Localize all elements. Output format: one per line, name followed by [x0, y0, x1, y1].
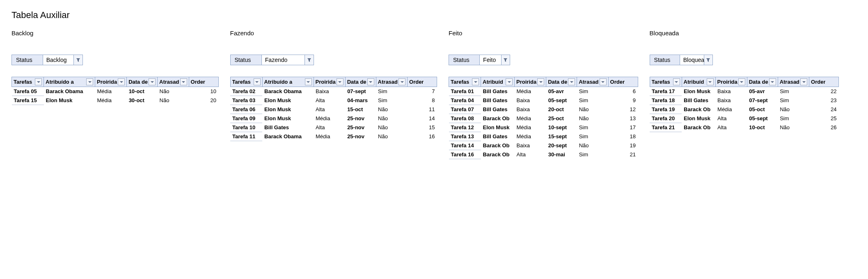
- cell-atrasada: Não: [778, 105, 809, 114]
- column-filter-button[interactable]: [254, 78, 261, 85]
- status-slicer-filter-button[interactable]: [74, 55, 82, 65]
- cell-atribuido: Bill Gates: [682, 96, 715, 105]
- col-prioridade[interactable]: Proirida: [95, 77, 127, 87]
- col-data[interactable]: Data de: [127, 77, 158, 87]
- table-row: Tarefa 15Elon MuskMédia30-octNão20: [12, 96, 219, 105]
- column-filter-button[interactable]: [707, 78, 714, 85]
- cell-tarefa: Tarefa 13: [449, 132, 481, 141]
- table-row: Tarefa 01Bill GatesMédia05-avrSim6: [449, 87, 638, 96]
- table-row: Tarefa 16Barack ObAlta30-maiSim21: [449, 150, 638, 159]
- cell-order: 7: [408, 87, 437, 96]
- col-order[interactable]: Order: [408, 77, 437, 87]
- cell-tarefa: Tarefa 03: [230, 96, 262, 105]
- column-filter-button[interactable]: [337, 78, 344, 85]
- status-slicer-label: Status: [231, 57, 261, 63]
- col-atribuido[interactable]: Atribuído a: [262, 77, 314, 87]
- lane-table: TarefasAtribuídProiridaData deAtrasadOrd…: [650, 77, 839, 132]
- cell-tarefa: Tarefa 14: [449, 141, 481, 150]
- col-tarefas[interactable]: Tarefas: [230, 77, 262, 87]
- cell-prioridade: Alta: [715, 114, 747, 123]
- column-filter-button[interactable]: [769, 78, 776, 85]
- lane-title: Fazendo: [230, 30, 437, 37]
- col-atrasada[interactable]: Atrasad: [158, 77, 189, 87]
- cell-atrasada: Sim: [577, 123, 608, 132]
- cell-atribuido: Barack Obama: [44, 87, 95, 96]
- column-filter-button[interactable]: [537, 78, 544, 85]
- status-slicer[interactable]: StatusBloquea: [650, 55, 713, 65]
- cell-prioridade: Média: [715, 105, 747, 114]
- lane-table: TarefasAtribuído aProiridaData deAtrasad…: [230, 77, 437, 141]
- cell-atribuido: Bill Gates: [262, 123, 314, 132]
- col-atribuido[interactable]: Atribuíd: [481, 77, 515, 87]
- column-filter-button[interactable]: [118, 78, 125, 85]
- col-order[interactable]: Order: [809, 77, 839, 87]
- status-slicer-filter-button[interactable]: [305, 55, 314, 65]
- col-prioridade[interactable]: Proirida: [515, 77, 546, 87]
- col-atrasada[interactable]: Atrasad: [778, 77, 809, 87]
- col-prioridade[interactable]: Proirida: [314, 77, 345, 87]
- col-prioridade[interactable]: Proirida: [715, 77, 747, 87]
- column-filter-button[interactable]: [600, 78, 607, 85]
- column-filter-button[interactable]: [738, 78, 745, 85]
- col-order[interactable]: Order: [608, 77, 638, 87]
- cell-atrasada: Não: [577, 105, 608, 114]
- table-row: Tarefa 13Bill GatesMédia15-septSim18: [449, 132, 638, 141]
- table-row: Tarefa 03Elon MuskAlta04-marsSim8: [230, 96, 437, 105]
- cell-atrasada: Não: [577, 114, 608, 123]
- column-filter-button[interactable]: [568, 78, 575, 85]
- column-filter-button[interactable]: [399, 78, 405, 85]
- cell-data: 05-avr: [546, 87, 577, 96]
- cell-data: 10-oct: [127, 87, 158, 96]
- cell-atrasada: Sim: [577, 87, 608, 96]
- column-filter-button[interactable]: [35, 78, 42, 85]
- column-filter-button[interactable]: [180, 78, 187, 85]
- col-data[interactable]: Data de: [345, 77, 376, 87]
- cell-prioridade: Alta: [314, 123, 345, 132]
- cell-order: 17: [608, 123, 638, 132]
- column-filter-button[interactable]: [86, 78, 93, 85]
- kanban-board: BacklogStatusBacklogTarefasAtribuído aPr…: [11, 30, 857, 159]
- col-tarefas[interactable]: Tarefas: [650, 77, 682, 87]
- cell-prioridade: Alta: [715, 123, 747, 132]
- table-row: Tarefa 17Elon MuskBaixa05-avrSim22: [650, 87, 839, 96]
- column-filter-button[interactable]: [367, 78, 374, 85]
- cell-atribuido: Barack Obama: [262, 87, 314, 96]
- cell-atribuido: Bill Gates: [481, 132, 515, 141]
- table-row: Tarefa 05Barack ObamaMédia10-octNão10: [12, 87, 219, 96]
- status-slicer-filter-button[interactable]: [704, 55, 712, 65]
- cell-prioridade: Média: [95, 96, 127, 105]
- table-row: Tarefa 09Elon MuskMédia25-novNão14: [230, 114, 437, 123]
- col-atribuido[interactable]: Atribuído a: [44, 77, 95, 87]
- column-filter-button[interactable]: [472, 78, 479, 85]
- column-filter-button[interactable]: [673, 78, 680, 85]
- col-tarefas[interactable]: Tarefas: [449, 77, 481, 87]
- column-filter-button[interactable]: [800, 78, 807, 85]
- col-atribuido[interactable]: Atribuíd: [682, 77, 715, 87]
- cell-order: 20: [189, 96, 218, 105]
- cell-prioridade: Baixa: [515, 105, 546, 114]
- table-row: Tarefa 04Bill GatesBaixa05-septSim9: [449, 96, 638, 105]
- cell-order: 25: [809, 114, 839, 123]
- col-data[interactable]: Data de: [747, 77, 778, 87]
- column-filter-button[interactable]: [149, 78, 156, 85]
- column-filter-button[interactable]: [305, 78, 312, 85]
- status-slicer[interactable]: StatusFazendo: [230, 55, 314, 65]
- table-row: Tarefa 19Barack ObMédia05-octNão24: [650, 105, 839, 114]
- col-order[interactable]: Order: [189, 77, 218, 87]
- cell-atrasada: Não: [158, 87, 189, 96]
- status-slicer-filter-button[interactable]: [502, 55, 510, 65]
- col-tarefas[interactable]: Tarefas: [12, 77, 44, 87]
- col-atrasada[interactable]: Atrasad: [376, 77, 407, 87]
- cell-data: 05-avr: [747, 87, 778, 96]
- column-filter-button[interactable]: [506, 78, 513, 85]
- col-atrasada[interactable]: Atrasad: [577, 77, 608, 87]
- cell-order: 19: [608, 141, 638, 150]
- table-row: Tarefa 02Barack ObamaBaixa07-septSim7: [230, 87, 437, 96]
- status-slicer[interactable]: StatusBacklog: [11, 55, 83, 65]
- cell-data: 20-sept: [546, 141, 577, 150]
- col-data[interactable]: Data de: [546, 77, 577, 87]
- cell-tarefa: Tarefa 16: [449, 150, 481, 159]
- status-slicer[interactable]: StatusFeito: [449, 55, 510, 65]
- page-title: Tabela Auxiliar: [11, 10, 857, 21]
- cell-data: 20-oct: [546, 105, 577, 114]
